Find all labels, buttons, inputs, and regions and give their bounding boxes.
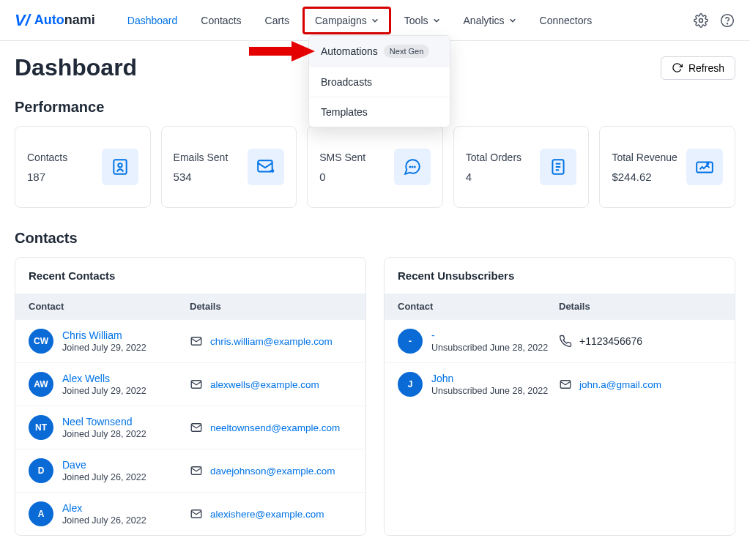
svg-rect-6 [258,160,272,171]
perf-card: SMS Sent 0 [307,126,443,208]
dropdown-item-templates[interactable]: Templates [309,97,450,127]
th-contact: Contact [398,301,559,312]
contact-sub: Joined July 26, 2022 [62,472,146,482]
perf-card: Total Revenue $244.62 [599,126,735,208]
perf-value: 0 [319,171,365,183]
dropdown-item-automations[interactable]: Automations Next Gen [309,36,450,67]
recent-contacts-panel: Recent Contacts Contact Details CW Chris… [15,257,366,536]
page-title: Dashboard [15,54,137,81]
svg-point-9 [415,166,415,167]
contact-sub: Joined July 28, 2022 [62,429,146,439]
svg-point-5 [118,163,122,167]
perf-value: 534 [174,171,229,183]
svg-marker-3 [249,41,315,61]
svg-point-0 [699,18,703,22]
perf-label: Total Orders [466,152,521,163]
perf-label: SMS Sent [319,152,365,163]
contact-name-link[interactable]: John [431,373,548,384]
panel-title: Recent Contacts [15,258,365,294]
table-row: A Alex Joined July 26, 2022 alexishere@e… [15,492,365,535]
dropdown-item-broadcasts[interactable]: Broadcasts [309,67,450,97]
contact-detail-text: +1123456676 [579,335,642,347]
mail-icon [190,421,203,434]
avatar: CW [29,329,53,354]
contact-name-link[interactable]: Chris William [62,329,146,341]
perf-label: Contacts [27,152,67,163]
contact-detail-link[interactable]: alexwells@example.com [210,379,319,390]
nav-dashboard[interactable]: Dashboard [117,9,188,32]
campaigns-dropdown: Automations Next Gen Broadcasts Template… [308,35,450,127]
avatar: AW [29,372,53,397]
contacts-heading: Contacts [15,230,735,247]
help-button[interactable] [719,12,735,29]
table-row: AW Alex Wells Joined July 29, 2022 alexw… [15,362,365,406]
gear-icon [694,13,708,28]
mail-icon [559,378,572,391]
perf-value: 187 [27,171,67,183]
mail-icon [190,378,203,391]
th-contact: Contact [29,301,190,312]
avatar: D [29,458,53,483]
perf-icon [248,149,284,185]
recent-unsubscribers-panel: Recent Unsubscribers Contact Details - -… [384,257,735,536]
table-row: NT Neel Townsend Joined July 28, 2022 ne… [15,406,365,449]
help-icon [720,13,735,28]
settings-button[interactable] [693,12,709,29]
contact-name-link[interactable]: - [431,329,548,341]
svg-point-8 [412,166,412,167]
perf-card: Total Orders 4 [453,126,590,208]
contact-name-link[interactable]: Dave [62,459,146,471]
nav-connectors[interactable]: Connectors [530,9,603,32]
contact-detail-link[interactable]: chris.william@example.com [210,336,333,347]
perf-value: 4 [466,171,521,183]
avatar: NT [29,415,53,440]
nav-carts[interactable]: Carts [255,9,300,32]
svg-point-12 [707,163,708,165]
avatar: A [29,501,53,526]
perf-value: $244.62 [612,171,677,183]
mail-icon [190,464,203,477]
contact-name-link[interactable]: Alex [62,502,146,514]
nav-analytics[interactable]: Analytics [453,9,527,32]
table-header: Contact Details [15,294,365,319]
svg-point-7 [409,166,410,167]
contact-name-link[interactable]: Alex Wells [62,373,146,384]
table-row: J John Unsubscribed June 28, 2022 john.a… [385,362,735,406]
refresh-icon [672,62,683,73]
brand-logo[interactable]: V/ Autonami [15,11,95,30]
contact-detail-link[interactable]: davejohnson@example.com [210,466,335,477]
logo-mark-icon: V/ [15,11,30,30]
perf-icon [686,149,723,185]
chevron-down-icon [371,17,379,24]
th-details: Details [559,301,721,312]
contact-sub: Joined July 29, 2022 [62,343,146,353]
panel-title: Recent Unsubscribers [385,258,735,294]
perf-icon [102,149,138,185]
perf-card: Emails Sent 534 [161,126,297,208]
table-row: D Dave Joined July 26, 2022 davejohnson@… [15,449,365,492]
nav-campaigns[interactable]: Campaigns [302,7,391,34]
refresh-button[interactable]: Refresh [661,56,735,80]
mail-icon [190,507,203,520]
chevron-down-icon [433,17,440,24]
table-row: - - Unsubscribed June 28, 2022 +11234566… [385,319,735,362]
avatar: - [398,329,423,354]
contact-sub: Unsubscribed June 28, 2022 [431,386,548,396]
perf-icon [540,149,576,185]
chevron-down-icon [509,17,516,24]
table-row: CW Chris William Joined July 29, 2022 ch… [15,319,365,362]
perf-icon [394,149,431,185]
contact-detail-link[interactable]: neeltownsend@example.com [210,422,340,433]
nav-tools[interactable]: Tools [394,9,450,32]
contact-detail-link[interactable]: alexishere@example.com [210,509,324,520]
nav-contacts[interactable]: Contacts [190,9,251,32]
top-nav: V/ Autonami Dashboard Contacts Carts Cam… [0,0,750,41]
contact-name-link[interactable]: Neel Townsend [62,416,146,428]
mail-icon [190,335,203,348]
contact-detail-link[interactable]: john.a@gmail.com [579,379,661,390]
nav-items: Dashboard Contacts Carts Campaigns Tools… [117,7,602,34]
performance-grid: Contacts 187 Emails Sent 534 SMS Sent 0 … [15,126,735,208]
svg-point-1 [721,14,734,26]
next-gen-badge: Next Gen [384,45,429,58]
table-header: Contact Details [385,294,735,319]
